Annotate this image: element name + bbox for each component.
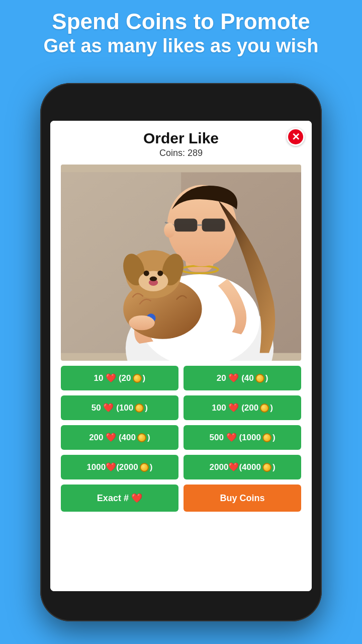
like-btn-50[interactable]: 50 ❤️ (100 ) <box>61 395 178 420</box>
header-section: Spend Coins to Promote Get as many likes… <box>0 9 362 57</box>
phone-screen: Order Like Coins: 289 ✕ <box>50 121 312 591</box>
svg-rect-10 <box>202 219 225 232</box>
svg-point-24 <box>129 315 155 330</box>
phone-shell: Order Like Coins: 289 ✕ <box>40 83 322 621</box>
exact-button[interactable]: Exact # ❤️ <box>61 485 178 512</box>
buy-coins-button[interactable]: Buy Coins <box>184 485 301 512</box>
header-line2: Get as many likes as you wish <box>0 35 362 58</box>
like-btn-2000[interactable]: 2000❤️(4000) <box>184 455 301 479</box>
like-btn-500[interactable]: 500 ❤️ (1000) <box>184 425 301 450</box>
profile-photo <box>61 165 301 361</box>
header-line1: Spend Coins to Promote <box>0 9 362 35</box>
like-btn-1000[interactable]: 1000❤️(2000) <box>61 455 178 479</box>
like-btn-20[interactable]: 20 ❤️ (40 ) <box>184 366 301 390</box>
screen-content: Order Like Coins: 289 ✕ <box>50 121 312 591</box>
modal-title: Order Like <box>75 130 287 147</box>
svg-rect-9 <box>174 219 197 232</box>
like-btn-200[interactable]: 200 ❤️ (400 ) <box>61 425 178 450</box>
phone-notch <box>146 93 216 108</box>
like-buttons-grid: 10 ❤️ (20 ) 20 ❤️ (40 ) 50 ❤️ (100 ) 100… <box>61 366 301 479</box>
like-btn-100[interactable]: 100 ❤️ (200 ) <box>184 395 301 420</box>
like-btn-10[interactable]: 10 ❤️ (20 ) <box>61 366 178 390</box>
svg-point-19 <box>143 271 149 276</box>
bottom-row: Exact # ❤️ Buy Coins <box>61 485 301 512</box>
modal-header: Order Like Coins: 289 ✕ <box>50 121 312 162</box>
svg-point-20 <box>157 271 163 276</box>
close-icon: ✕ <box>292 132 300 142</box>
close-button[interactable]: ✕ <box>287 128 305 146</box>
modal-coins: Coins: 289 <box>75 148 287 158</box>
svg-point-13 <box>164 223 175 237</box>
svg-point-22 <box>149 277 157 281</box>
